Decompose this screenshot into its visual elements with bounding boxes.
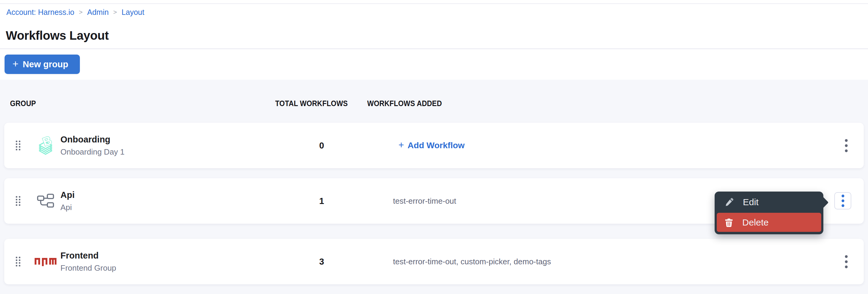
drag-handle-icon[interactable]	[16, 141, 20, 150]
pencil-icon	[724, 197, 734, 207]
column-header-group: GROUP	[10, 99, 36, 108]
breadcrumb-separator: >	[113, 8, 117, 16]
top-hairline	[0, 3, 868, 4]
context-menu-edit[interactable]: Edit	[715, 191, 824, 213]
context-menu-delete-label: Delete	[742, 217, 769, 228]
row-menu-button[interactable]	[835, 239, 857, 284]
row-menu-button[interactable]	[835, 123, 857, 168]
breadcrumb-link-account[interactable]: Account: Harness.io	[6, 8, 74, 17]
trash-icon	[724, 218, 734, 227]
total-workflows-value: 3	[303, 257, 340, 267]
total-workflows-value: 1	[303, 196, 340, 206]
table-row-onboarding: B Onboarding Onboarding Day 1 0 + Add Wo…	[4, 123, 864, 168]
table-row-frontend: Frontend Frontend Group 3 test-error-tim…	[4, 239, 864, 284]
row-context-menu: Edit Delete	[715, 191, 824, 234]
breadcrumb: Account: Harness.io > Admin > Layout	[6, 8, 144, 17]
group-description: Frontend Group	[60, 263, 116, 273]
group-name: Onboarding	[60, 135, 125, 145]
breadcrumb-link-layout[interactable]: Layout	[122, 8, 144, 17]
group-description: Onboarding Day 1	[60, 147, 125, 157]
new-group-button-label: New group	[23, 60, 68, 69]
drag-handle-icon[interactable]	[16, 196, 20, 206]
group-name: Api	[60, 190, 75, 200]
plus-icon: +	[399, 140, 404, 150]
groups-table: GROUP TOTAL WORKFLOWS WORKFLOWS ADDED B	[0, 80, 868, 294]
group-name-block: Api Api	[60, 190, 75, 212]
workflows-layout-page: Account: Harness.io > Admin > Layout Wor…	[0, 0, 868, 294]
context-menu-edit-label: Edit	[743, 197, 759, 207]
toolbar: + New group	[0, 49, 868, 80]
context-menu-delete[interactable]: Delete	[717, 213, 821, 232]
breadcrumb-separator: >	[79, 8, 83, 16]
total-workflows-value: 0	[303, 141, 340, 151]
workflow-tree-icon	[33, 178, 58, 224]
page-title: Workflows Layout	[6, 29, 109, 42]
column-header-workflows-added: WORKFLOWS ADDED	[367, 99, 442, 108]
group-name-block: Frontend Frontend Group	[60, 251, 116, 273]
add-workflow-label: Add Workflow	[408, 141, 465, 150]
row-menu-button-active[interactable]	[834, 192, 851, 210]
breadcrumb-link-admin[interactable]: Admin	[87, 8, 109, 17]
drag-handle-icon[interactable]	[16, 257, 20, 266]
npm-logo-icon	[33, 239, 58, 284]
column-header-total-workflows: TOTAL WORKFLOWS	[275, 99, 348, 108]
workflows-added-value: test-error-time-out, custom-picker, demo…	[393, 257, 551, 266]
plus-icon: +	[12, 59, 19, 69]
stacked-layers-icon: B	[33, 123, 58, 168]
new-group-button[interactable]: + New group	[5, 54, 80, 74]
group-description: Api	[60, 203, 75, 212]
add-workflow-link[interactable]: + Add Workflow	[399, 141, 465, 150]
group-name-block: Onboarding Onboarding Day 1	[60, 135, 125, 157]
group-name: Frontend	[60, 251, 116, 261]
workflows-added-value: test-error-time-out	[393, 196, 456, 206]
